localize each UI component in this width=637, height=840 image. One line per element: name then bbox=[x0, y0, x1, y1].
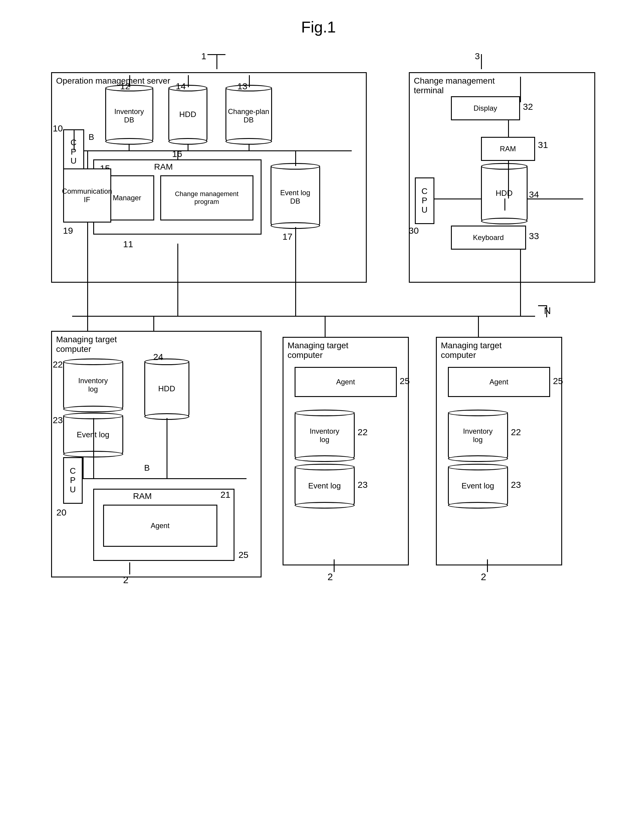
agent-mc1-label: Agent bbox=[151, 521, 170, 530]
change-plan-db-label: Change-planDB bbox=[228, 104, 269, 124]
ref-25-mc1: 25 bbox=[238, 550, 248, 560]
bus-b-server: B bbox=[89, 132, 95, 142]
inv-log-2-label: Inventorylog bbox=[310, 427, 339, 444]
ref-2-mc2: 2 bbox=[328, 572, 333, 583]
ref-10: 10 bbox=[53, 123, 63, 134]
ram-terminal-box: RAM bbox=[481, 137, 535, 161]
event-log-2-label: Event log bbox=[308, 481, 341, 491]
ref-21: 21 bbox=[220, 489, 230, 500]
inv-log-2: Inventorylog bbox=[295, 412, 355, 459]
hdd-server-label: HDD bbox=[179, 110, 196, 119]
ref-34: 34 bbox=[529, 189, 539, 200]
change-mgmt-label: Change managementprogram bbox=[175, 190, 239, 206]
operation-server-label: Operation management server bbox=[56, 76, 170, 86]
ref-30: 30 bbox=[409, 226, 419, 236]
ram-server-box: RAM 16 Manager 15 Change managementprogr… bbox=[93, 159, 262, 235]
ref-33: 33 bbox=[529, 231, 539, 241]
hdd-mc1-label: HDD bbox=[158, 384, 175, 393]
ref-1: 1 bbox=[202, 51, 207, 62]
ref-23-2: 23 bbox=[358, 480, 367, 490]
ref-32: 32 bbox=[523, 102, 533, 112]
ref-22-1: 22 bbox=[53, 359, 63, 369]
ref-12: 12 bbox=[120, 81, 130, 92]
agent-mc1-box: Agent bbox=[103, 505, 218, 547]
communication-if-label: CommunicationIF bbox=[62, 187, 112, 204]
event-log-3: Event log bbox=[448, 466, 508, 505]
event-log-2: Event log bbox=[295, 466, 355, 505]
inv-log-1: Inventorylog bbox=[63, 361, 123, 409]
ref-20: 20 bbox=[57, 507, 66, 518]
ref-13: 13 bbox=[238, 81, 248, 92]
cpu-mc1: CPU bbox=[63, 457, 83, 504]
ref-11: 11 bbox=[123, 239, 133, 249]
ref-3: 3 bbox=[475, 51, 480, 62]
ram-mc1-box: RAM 21 Agent 25 bbox=[93, 489, 235, 561]
managing-computer-3-label: Managing targetcomputer bbox=[441, 341, 502, 360]
hdd-server: HDD bbox=[168, 87, 207, 141]
inventory-db: InventoryDB bbox=[105, 87, 153, 141]
change-plan-db: Change-planDB bbox=[225, 87, 272, 141]
event-log-db-label: Event logDB bbox=[280, 186, 310, 205]
ref-22-2: 22 bbox=[358, 427, 367, 437]
network-line bbox=[72, 316, 535, 317]
cpu-terminal: CPU bbox=[415, 177, 434, 224]
bus-b-mc1: B bbox=[144, 463, 150, 473]
hdd-terminal: HDD bbox=[481, 166, 528, 221]
ref-25-mc3: 25 bbox=[553, 376, 563, 386]
display-label: Display bbox=[473, 104, 497, 112]
event-log-db: Event logDB bbox=[271, 166, 320, 226]
change-mgmt-box: Change managementprogram bbox=[160, 175, 254, 221]
managing-computer-1-label: Managing targetcomputer bbox=[56, 335, 117, 354]
communication-if-box: CommunicationIF bbox=[63, 169, 111, 223]
change-terminal-label: Change managementterminal bbox=[414, 76, 495, 95]
ref-23-3: 23 bbox=[511, 480, 521, 490]
page-title: Fig.1 bbox=[0, 0, 637, 48]
ref-31: 31 bbox=[538, 140, 548, 150]
keyboard-label: Keyboard bbox=[473, 234, 504, 242]
ref-25-mc2: 25 bbox=[400, 376, 410, 386]
ref-22-3: 22 bbox=[511, 427, 521, 437]
ref-24: 24 bbox=[153, 352, 163, 362]
ram-server-label: RAM bbox=[154, 162, 173, 172]
agent-mc3-box: Agent bbox=[448, 367, 550, 397]
hdd-terminal-label: HDD bbox=[496, 189, 512, 198]
hdd-mc1: HDD bbox=[144, 361, 189, 417]
agent-mc2-box: Agent bbox=[295, 367, 397, 397]
ref-17: 17 bbox=[282, 232, 293, 242]
ref-14: 14 bbox=[176, 81, 186, 92]
inv-log-3-label: Inventorylog bbox=[463, 427, 493, 444]
ref-2-mc3: 2 bbox=[481, 572, 486, 583]
inv-log-1-label: Inventorylog bbox=[78, 377, 108, 393]
agent-mc3-label: Agent bbox=[489, 378, 508, 386]
keyboard-box: Keyboard bbox=[451, 226, 526, 249]
managing-computer-2-label: Managing targetcomputer bbox=[288, 341, 348, 360]
ref-19: 19 bbox=[63, 226, 73, 236]
agent-mc2-label: Agent bbox=[336, 378, 355, 386]
display-box: Display bbox=[451, 96, 520, 120]
ram-mc1-label: RAM bbox=[133, 491, 152, 501]
manager-label: Manager bbox=[113, 194, 141, 202]
event-log-3-label: Event log bbox=[462, 481, 494, 491]
ref-23-1: 23 bbox=[53, 415, 63, 425]
ref-2-mc1: 2 bbox=[123, 575, 129, 586]
ram-terminal-label: RAM bbox=[500, 145, 516, 153]
inventory-db-label: InventoryDB bbox=[114, 104, 144, 124]
inv-log-3: Inventorylog bbox=[448, 412, 508, 459]
